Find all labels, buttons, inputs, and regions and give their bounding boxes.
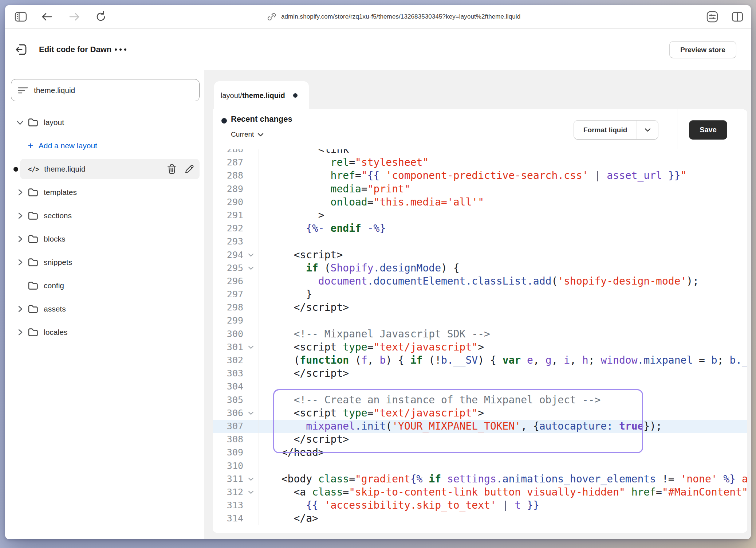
code-text[interactable]: {{ 'accessibility.skip_to_text' | t }} [259, 499, 747, 512]
code-line-291[interactable]: 291 > [213, 209, 747, 222]
sidebar-folder-config[interactable]: config [5, 274, 204, 297]
code-line-308[interactable]: 308 </script> [213, 433, 747, 446]
code-line-305[interactable]: 305 <!-- Create an instance of the Mixpa… [213, 394, 747, 407]
rename-file-icon[interactable] [185, 164, 194, 174]
back-icon[interactable] [41, 12, 53, 22]
chevron-right-icon[interactable] [16, 259, 24, 266]
code-text[interactable]: {%- endif -%} [259, 222, 747, 235]
code-text[interactable]: <link [259, 149, 747, 156]
code-text[interactable]: </script> [259, 367, 747, 380]
code-line-292[interactable]: 292 {%- endif -%} [213, 222, 747, 235]
sidebar-folder-assets[interactable]: assets [5, 297, 204, 321]
code-line-286[interactable]: 286 <link [213, 149, 747, 156]
code-line-303[interactable]: 303 </script> [213, 367, 747, 380]
code-text[interactable]: <script type="text/javascript"> [259, 407, 747, 420]
fold-chevron-icon[interactable] [243, 477, 258, 481]
code-line-310[interactable]: 310 [213, 459, 747, 473]
tab-theme-liquid[interactable]: layout/theme.liquid [214, 81, 309, 110]
chevron-right-icon[interactable] [16, 235, 24, 243]
code-text[interactable]: rel="stylesheet" [259, 156, 747, 169]
code-line-301[interactable]: 301 <script type="text/javascript"> [213, 341, 747, 354]
code-text[interactable]: </script> [259, 433, 747, 446]
reload-icon[interactable] [95, 11, 107, 23]
chevron-right-icon[interactable] [16, 329, 24, 336]
code-text[interactable]: <script> [259, 248, 747, 262]
code-line-304[interactable]: 304 [213, 380, 747, 393]
code-line-294[interactable]: 294 <script> [213, 248, 747, 262]
code-text[interactable]: </head> [259, 446, 747, 459]
fold-chevron-icon[interactable] [243, 253, 258, 257]
code-text[interactable]: onload="this.media='all'" [259, 196, 747, 209]
page-settings-icon[interactable] [706, 11, 719, 23]
code-line-289[interactable]: 289 media="print" [213, 183, 747, 196]
code-text[interactable]: <!-- Create an instance of the Mixpanel … [259, 394, 747, 407]
code-line-300[interactable]: 300 <!-- Mixpanel Javascript SDK --> [213, 328, 747, 341]
code-editor[interactable]: 286 <link287 rel="stylesheet"288 href="{… [213, 149, 747, 533]
delete-file-icon[interactable] [167, 164, 177, 174]
code-line-313[interactable]: 313 {{ 'accessibility.skip_to_text' | t … [213, 499, 747, 512]
code-text[interactable]: </script> [259, 301, 747, 314]
code-text[interactable]: document.documentElement.classList.add('… [259, 275, 747, 288]
chevron-right-icon[interactable] [16, 212, 24, 219]
code-text[interactable]: <body class="gradient{% if settings.anim… [259, 473, 747, 486]
code-text[interactable]: (function (f, b) { if (!b.__SV) { var e,… [259, 354, 747, 367]
code-line-307[interactable]: 307 mixpanel.init('YOUR_MIXPANEL_TOKEN',… [213, 420, 747, 433]
code-line-288[interactable]: 288 href="{{ 'component-predictive-searc… [213, 169, 747, 182]
code-text[interactable]: <!-- Mixpanel Javascript SDK --> [259, 328, 747, 341]
code-text[interactable]: </a> [259, 512, 747, 525]
sidebar-folder-blocks[interactable]: blocks [5, 227, 204, 251]
code-text[interactable]: <a class="skip-to-content-link button vi… [259, 486, 747, 499]
code-text[interactable] [259, 459, 747, 473]
fold-chevron-icon[interactable] [243, 411, 258, 415]
code-text[interactable] [259, 380, 747, 393]
sidebar-folder-templates[interactable]: templates [5, 181, 204, 204]
file-search-input[interactable]: theme.liquid [11, 79, 200, 101]
code-text[interactable]: href="{{ 'component-predictive-search.cs… [259, 169, 747, 182]
code-text[interactable]: <script type="text/javascript"> [259, 341, 747, 354]
code-line-298[interactable]: 298 </script> [213, 301, 747, 314]
code-line-297[interactable]: 297 } [213, 288, 747, 301]
code-line-312[interactable]: 312 <a class="skip-to-content-link butto… [213, 486, 747, 499]
chevron-right-icon[interactable] [16, 189, 24, 196]
sidebar-folder-snippets[interactable]: snippets [5, 251, 204, 274]
sidebar-folder-sections[interactable]: sections [5, 204, 204, 227]
code-text[interactable] [259, 235, 747, 248]
code-text[interactable] [259, 314, 747, 327]
code-line-309[interactable]: 309 </head> [213, 446, 747, 459]
code-line-314[interactable]: 314 </a> [213, 512, 747, 525]
code-line-290[interactable]: 290 onload="this.media='all'" [213, 196, 747, 209]
code-line-296[interactable]: 296 document.documentElement.classList.a… [213, 275, 747, 288]
code-line-295[interactable]: 295 if (Shopify.designMode) { [213, 262, 747, 275]
version-dropdown[interactable]: Current [231, 130, 264, 138]
code-line-306[interactable]: 306 <script type="text/javascript"> [213, 407, 747, 420]
fold-chevron-icon[interactable] [243, 490, 258, 494]
sidebar-folder-layout[interactable]: layout [5, 111, 204, 134]
code-text[interactable]: > [259, 209, 747, 222]
code-line-287[interactable]: 287 rel="stylesheet" [213, 156, 747, 169]
code-line-311[interactable]: 311 <body class="gradient{% if settings.… [213, 473, 747, 486]
code-text[interactable]: } [259, 288, 747, 301]
code-line-302[interactable]: 302 (function (f, b) { if (!b.__SV) { va… [213, 354, 747, 367]
format-options-caret[interactable] [637, 121, 658, 139]
forward-icon[interactable] [68, 12, 80, 22]
code-line-293[interactable]: 293 [213, 235, 747, 248]
address-bar[interactable]: admin.shopify.com/store/rzq1xu-f5/themes… [281, 13, 520, 20]
code-text[interactable]: mixpanel.init('YOUR_MIXPANEL_TOKEN', {au… [259, 420, 747, 433]
fold-chevron-icon[interactable] [243, 345, 258, 349]
fold-chevron-icon[interactable] [243, 266, 258, 270]
format-liquid-button[interactable]: Format liquid [574, 120, 658, 140]
sidebar-toggle-icon[interactable] [15, 11, 27, 22]
save-button[interactable]: Save [689, 120, 727, 140]
code-line-299[interactable]: 299 [213, 314, 747, 327]
split-view-icon[interactable] [731, 11, 744, 22]
preview-store-button[interactable]: Preview store [669, 41, 736, 58]
chevron-right-icon[interactable] [16, 305, 24, 313]
sidebar-file-theme.liquid[interactable]: </>theme.liquid [5, 157, 204, 181]
exit-editor-icon[interactable] [15, 43, 28, 56]
sidebar-folder-locales[interactable]: locales [5, 321, 204, 344]
code-text[interactable]: if (Shopify.designMode) { [259, 262, 747, 275]
code-text[interactable]: media="print" [259, 183, 747, 196]
more-actions-icon[interactable] [111, 45, 130, 54]
sidebar-add-layout-button[interactable]: +Add a new layout [5, 134, 204, 157]
chevron-down-icon[interactable] [16, 120, 24, 125]
